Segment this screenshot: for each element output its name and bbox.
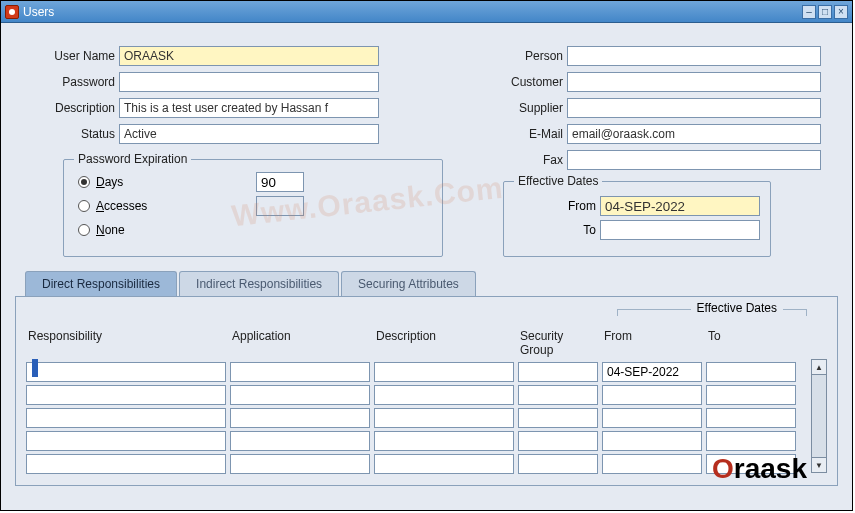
cell-application[interactable]	[230, 408, 370, 428]
none-radio[interactable]	[78, 224, 90, 236]
days-radio[interactable]	[78, 176, 90, 188]
col-to: To	[706, 329, 796, 359]
password-label: Password	[15, 75, 115, 89]
cell-responsibility[interactable]	[26, 431, 226, 451]
tab-direct-responsibilities[interactable]: Direct Responsibilities	[25, 271, 177, 296]
cell-from[interactable]	[602, 431, 702, 451]
accesses-radio[interactable]	[78, 200, 90, 212]
cell-security-group[interactable]	[518, 431, 598, 451]
cell-description[interactable]	[374, 408, 514, 428]
cell-responsibility[interactable]	[26, 362, 226, 382]
scroll-up-icon[interactable]: ▲	[811, 359, 827, 375]
cell-description[interactable]	[374, 362, 514, 382]
cell-to[interactable]	[706, 431, 796, 451]
cell-from[interactable]	[602, 385, 702, 405]
cell-application[interactable]	[230, 385, 370, 405]
cell-application[interactable]	[230, 454, 370, 474]
responsibilities-panel: Effective Dates Responsibility Applicati…	[15, 296, 838, 486]
fax-input[interactable]	[567, 150, 821, 170]
titlebar[interactable]: Users – □ ×	[1, 1, 852, 23]
person-label: Person	[483, 49, 563, 63]
days-value-input[interactable]	[256, 172, 304, 192]
scroll-down-icon[interactable]: ▼	[811, 457, 827, 473]
cell-security-group[interactable]	[518, 408, 598, 428]
username-label: User Name	[15, 49, 115, 63]
accesses-value-input	[256, 196, 304, 216]
col-responsibility: Responsibility	[26, 329, 226, 359]
effective-dates-group: Effective Dates From To	[503, 181, 771, 257]
col-security-group: Security Group	[518, 329, 598, 359]
status-label: Status	[15, 127, 115, 141]
tabbar: Direct Responsibilities Indirect Respons…	[15, 271, 838, 296]
cell-security-group[interactable]	[518, 362, 598, 382]
grid-scrollbar[interactable]: ▲ ▼	[811, 359, 827, 473]
cell-description[interactable]	[374, 431, 514, 451]
cell-to[interactable]	[706, 408, 796, 428]
description-label: Description	[15, 101, 115, 115]
password-expiration-legend: Password Expiration	[74, 152, 191, 166]
cell-security-group[interactable]	[518, 454, 598, 474]
email-label: E-Mail	[483, 127, 563, 141]
logo-accent: O	[712, 453, 734, 484]
cell-responsibility[interactable]	[26, 454, 226, 474]
window-title: Users	[23, 5, 800, 19]
current-row-indicator	[32, 359, 38, 377]
col-application: Application	[230, 329, 370, 359]
fax-label: Fax	[483, 153, 563, 167]
username-input[interactable]	[119, 46, 379, 66]
cell-application[interactable]	[230, 431, 370, 451]
cell-from[interactable]	[602, 408, 702, 428]
supplier-label: Supplier	[483, 101, 563, 115]
tab-indirect-responsibilities[interactable]: Indirect Responsibilities	[179, 271, 339, 296]
cell-description[interactable]	[374, 385, 514, 405]
cell-responsibility[interactable]	[26, 408, 226, 428]
accesses-radio-label: Accesses	[96, 199, 186, 213]
grid-effective-dates-label: Effective Dates	[691, 301, 783, 315]
person-input[interactable]	[567, 46, 821, 66]
eff-from-input[interactable]	[600, 196, 760, 216]
eff-to-input[interactable]	[600, 220, 760, 240]
responsibilities-grid: Responsibility Application Description S…	[26, 329, 827, 474]
logo-rest: raask	[734, 453, 807, 484]
status-input[interactable]	[119, 124, 379, 144]
col-from: From	[602, 329, 702, 359]
col-description: Description	[374, 329, 514, 359]
close-icon[interactable]: ×	[834, 5, 848, 19]
supplier-input[interactable]	[567, 98, 821, 118]
app-icon	[5, 5, 19, 19]
eff-to-label: To	[556, 223, 596, 237]
minimize-icon[interactable]: –	[802, 5, 816, 19]
tab-securing-attributes[interactable]: Securing Attributes	[341, 271, 476, 296]
password-expiration-group: Password Expiration Days Accesses None	[63, 159, 443, 257]
cell-security-group[interactable]	[518, 385, 598, 405]
cell-application[interactable]	[230, 362, 370, 382]
users-window: Users – □ × User Name Password Descripti…	[0, 0, 853, 511]
cell-from[interactable]	[602, 454, 702, 474]
email-input[interactable]	[567, 124, 821, 144]
days-radio-label: Days	[96, 175, 186, 189]
none-radio-label: None	[96, 223, 186, 237]
effective-dates-legend: Effective Dates	[514, 174, 602, 188]
cell-to[interactable]	[706, 362, 796, 382]
scroll-track[interactable]	[811, 375, 827, 457]
maximize-icon[interactable]: □	[818, 5, 832, 19]
description-input[interactable]	[119, 98, 379, 118]
cell-description[interactable]	[374, 454, 514, 474]
customer-input[interactable]	[567, 72, 821, 92]
password-input[interactable]	[119, 72, 379, 92]
oraask-logo: Oraask	[712, 453, 807, 485]
cell-from[interactable]	[602, 362, 702, 382]
cell-to[interactable]	[706, 385, 796, 405]
form-content: User Name Password Description Status Pa…	[1, 23, 852, 494]
cell-responsibility[interactable]	[26, 385, 226, 405]
eff-from-label: From	[556, 199, 596, 213]
customer-label: Customer	[483, 75, 563, 89]
